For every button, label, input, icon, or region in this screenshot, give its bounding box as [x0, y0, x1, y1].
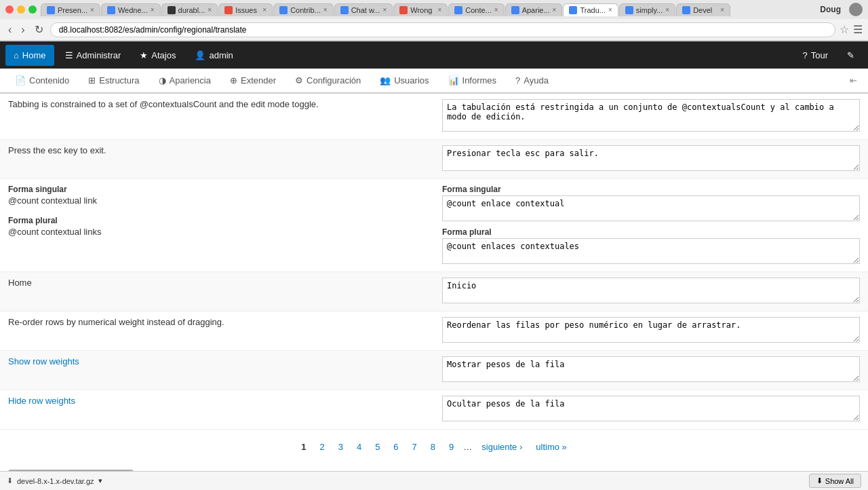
tab-8[interactable]: Conte...× — [448, 3, 504, 16]
menu-ayuda[interactable]: ? Ayuda — [506, 69, 558, 92]
pagination-last[interactable]: ultimo » — [532, 440, 571, 453]
status-bar: ⬇ devel-8.x-1.x-dev.tar.gz ▾ ⬇ Show All — [0, 471, 868, 490]
show-all-label: Show All — [825, 477, 854, 485]
admin-navbar: ⌂ Home ☰ Administrar ★ Atajos 👤 admin ? … — [0, 41, 868, 69]
profile-icon[interactable] — [849, 3, 863, 16]
main-content: Tabbing is constrained to a set of @cont… — [0, 94, 868, 490]
tab-5[interactable]: Contrib...× — [273, 3, 333, 16]
singular-trans-section: Forma singular @count enlace contextual — [442, 185, 860, 223]
translation-input-4[interactable]: Inicio — [442, 278, 860, 303]
help-circle-icon: ? — [802, 50, 807, 60]
tab-6[interactable]: Chat w...× — [334, 3, 393, 16]
pagination: 1 2 3 4 5 6 7 8 9 … siguiente › ultimo » — [0, 430, 868, 464]
bookmark-button[interactable]: ☆ — [840, 23, 849, 36]
page-5-link[interactable]: 5 — [371, 440, 384, 453]
address-input[interactable] — [50, 22, 835, 37]
window-maximize-button[interactable] — [28, 5, 37, 14]
page-current: 1 — [297, 440, 310, 453]
collapse-menu-button[interactable]: ⇤ — [844, 70, 863, 91]
source-link-7[interactable]: Hide row weights — [8, 396, 75, 406]
singular-source-section: Forma singular @count contextual link — [8, 185, 426, 206]
menu-estructura[interactable]: ⊞ Estructura — [79, 69, 149, 92]
translation-input-5[interactable]: Reordenar las filas por peso numérico en… — [442, 317, 860, 343]
page-6-link[interactable]: 6 — [389, 440, 402, 453]
tab-7[interactable]: Wrong× — [393, 3, 448, 16]
admin-label: admin — [209, 50, 233, 60]
plural-source-section: Forma plural @count contextual links — [8, 216, 426, 237]
menu-contenido[interactable]: 📄 Contenido — [5, 69, 79, 92]
informes-icon: 📊 — [448, 75, 459, 86]
home-label: Home — [22, 50, 46, 60]
download-info: ⬇ devel-8.x-1.x-dev.tar.gz ▾ — [7, 476, 102, 485]
page-4-link[interactable]: 4 — [353, 440, 366, 453]
estructura-icon: ⊞ — [88, 75, 96, 86]
page-2-link[interactable]: 2 — [315, 440, 328, 453]
window-close-button[interactable] — [5, 5, 14, 14]
translation-input-6[interactable]: Mostrar pesos de la fila — [442, 356, 860, 382]
back-button[interactable]: ‹ — [5, 22, 14, 37]
browser-user: Doug — [816, 3, 845, 16]
extender-icon: ⊕ — [230, 75, 237, 86]
atajos-nav-item[interactable]: ★ Atajos — [132, 45, 184, 66]
window-minimize-button[interactable] — [17, 5, 25, 14]
source-cell-2: Press the esc key to exit. — [0, 140, 434, 179]
page-8-link[interactable]: 8 — [427, 440, 439, 453]
source-cell-plural: Forma singular @count contextual link Fo… — [0, 179, 434, 272]
admin-user-nav-item[interactable]: 👤 admin — [186, 45, 241, 66]
source-cell-6: Show row weights — [0, 351, 434, 390]
tab-10[interactable]: Tradu...× — [563, 3, 618, 16]
translation-input-2[interactable]: Presionar tecla esc para salir. — [442, 145, 860, 171]
top-menu: 📄 Contenido ⊞ Estructura ◑ Apariencia ⊕ … — [0, 69, 868, 94]
show-all-button[interactable]: ⬇ Show All — [809, 474, 861, 488]
tab-11[interactable]: simply...× — [619, 3, 675, 16]
source-cell-5: Re-order rows by numerical weight instea… — [0, 312, 434, 351]
translation-input-7[interactable]: Ocultar pesos de la fila — [442, 396, 860, 421]
menu-informes[interactable]: 📊 Informes — [439, 69, 507, 92]
plural-translation-input[interactable]: @count enlaces contextuales — [442, 238, 860, 264]
tab-4[interactable]: Issues× — [218, 3, 273, 16]
tab-9[interactable]: Aparie...× — [505, 3, 563, 16]
table-row: Tabbing is constrained to a set of @cont… — [0, 94, 868, 140]
window-controls — [5, 5, 37, 14]
menu-usuarios[interactable]: 👥 Usuarios — [370, 69, 438, 92]
tab-3[interactable]: durabl...× — [161, 3, 218, 16]
menu-apariencia[interactable]: ◑ Apariencia — [149, 69, 220, 92]
menu-configuracion[interactable]: ⚙ Configuración — [285, 69, 370, 92]
apariencia-icon: ◑ — [159, 75, 166, 86]
plural-source-text: @count contextual links — [8, 227, 102, 237]
pagination-next[interactable]: siguiente › — [477, 440, 526, 453]
page-3-link[interactable]: 3 — [334, 440, 347, 453]
home-nav-item[interactable]: ⌂ Home — [5, 45, 54, 66]
tab-2[interactable]: Wedne...× — [101, 3, 161, 16]
translate-table: Tabbing is constrained to a set of @cont… — [0, 94, 868, 430]
download-arrow-icon: ▾ — [98, 476, 102, 485]
forward-button[interactable]: › — [18, 22, 27, 37]
contenido-icon: 📄 — [15, 75, 26, 86]
page-9-link[interactable]: 9 — [445, 440, 458, 453]
source-cell-4: Home — [0, 272, 434, 312]
singular-trans-label: Forma singular — [442, 185, 860, 194]
tour-label: Tour — [811, 50, 828, 60]
source-cell-1: Tabbing is constrained to a set of @cont… — [0, 94, 434, 140]
source-text-2: Press the esc key to exit. — [8, 145, 106, 155]
reload-button[interactable]: ↻ — [32, 22, 46, 37]
tour-nav-item[interactable]: ? Tour — [794, 45, 836, 66]
source-cell-7: Hide row weights — [0, 390, 434, 430]
source-text-4: Home — [8, 278, 32, 288]
edit-nav-item[interactable]: ✎ — [839, 45, 863, 66]
source-link-6[interactable]: Show row weights — [8, 356, 79, 366]
singular-source-text: @count contextual link — [8, 195, 97, 206]
browser-titlebar: Presen...× Wedne...× durabl...× Issues× … — [0, 0, 868, 19]
browser-menu-button[interactable]: ☰ — [853, 23, 863, 36]
home-icon: ⌂ — [14, 50, 19, 60]
menu-extender[interactable]: ⊕ Extender — [220, 69, 285, 92]
tab-1[interactable]: Presen...× — [41, 3, 100, 16]
person-icon: 👤 — [195, 50, 205, 60]
pagination-dots: … — [463, 442, 472, 452]
menu-icon: ☰ — [65, 50, 73, 60]
tab-12[interactable]: Devel× — [676, 3, 730, 16]
page-7-link[interactable]: 7 — [408, 440, 421, 453]
administrar-nav-item[interactable]: ☰ Administrar — [57, 45, 130, 66]
singular-translation-input[interactable]: @count enlace contextual — [442, 195, 860, 221]
translation-input-1[interactable]: La tabulación está restringida a un conj… — [442, 99, 860, 132]
